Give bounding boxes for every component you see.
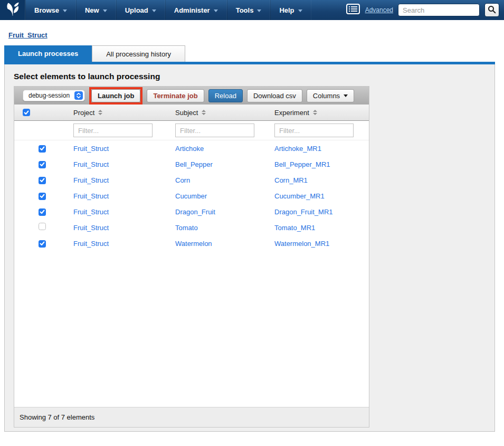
menu-browse[interactable]: Browse [25,0,76,20]
reload-button[interactable]: Reload [208,89,243,102]
columns-button[interactable]: Columns [307,89,354,102]
leaf-logo-icon [5,1,21,19]
row-checkbox[interactable] [39,208,46,216]
tab-all-processing-history[interactable]: All processing history [92,45,185,62]
experiment-link[interactable]: Artichoke_MR1 [274,145,321,153]
project-link[interactable]: Fruit_Struct [73,208,109,216]
experiment-link[interactable]: Watermelon_MR1 [274,240,329,248]
table-row: Fruit_StructBell_PepperBell_Pepper_MR1 [14,156,369,172]
session-select[interactable]: debug-session [23,90,85,101]
row-checkbox[interactable] [39,193,46,200]
menu-help[interactable]: Help [270,0,311,20]
filter-input-subject[interactable] [175,124,254,137]
chevron-down-icon [298,10,302,12]
subject-link[interactable]: Cucumber [175,192,207,200]
experiment-link[interactable]: Corn_MR1 [274,176,308,184]
row-checkbox[interactable] [39,145,46,153]
project-link[interactable]: Fruit_Struct [73,160,109,168]
table-empty-space [14,251,369,407]
table-row: Fruit_StructDragon_FruitDragon_Fruit_MR1 [14,204,369,220]
subject-link[interactable]: Tomato [175,224,198,232]
subject-link[interactable]: Corn [175,176,190,184]
select-all-checkbox[interactable] [23,109,30,116]
chevron-down-icon [257,10,261,12]
tab-bar: Launch processes All processing history [4,45,185,62]
chevron-down-icon [63,10,67,12]
filter-input-project[interactable] [73,124,153,137]
row-checkbox[interactable] [39,223,46,230]
project-link[interactable]: Fruit_Struct [73,192,109,200]
subject-link[interactable]: Dragon_Fruit [175,208,215,216]
launch-job-highlight: Launch job [89,87,142,105]
search-button[interactable] [484,3,499,17]
sort-icon [98,110,102,115]
subject-link[interactable]: Watermelon [175,240,212,248]
table-row: Fruit_StructCornCorn_MR1 [14,172,369,188]
tab-launch-processes[interactable]: Launch processes [4,45,92,62]
sort-icon [202,110,206,115]
menu-tools[interactable]: Tools [227,0,271,20]
list-icon [346,4,360,16]
row-checkbox[interactable] [39,240,46,248]
project-link[interactable]: Fruit_Struct [73,224,109,232]
menu-label: Administer [174,6,210,14]
filter-input-experiment[interactable] [274,124,354,137]
page-title: Select elements to launch processing [14,72,495,81]
search-icon [488,5,496,15]
chevron-down-icon [103,10,107,12]
top-navbar: BrowseNewUploadAdministerToolsHelp Advan… [0,0,504,20]
chevron-down-icon [344,94,348,97]
advanced-link[interactable]: Advanced [365,6,393,14]
chevron-down-icon [214,10,218,12]
subject-link[interactable]: Artichoke [175,145,204,153]
column-header-subject[interactable]: Subject [175,109,274,117]
experiment-link[interactable]: Tomato_MR1 [274,224,315,232]
project-link[interactable]: Fruit_Struct [73,145,109,153]
menu-label: New [85,6,99,14]
table-row: Fruit_StructTomatoTomato_MR1 [14,220,369,235]
menu-new[interactable]: New [76,0,116,20]
menu-label: Help [279,6,294,14]
filter-row [14,121,369,140]
content-panel: Select elements to launch processing deb… [4,64,495,432]
menu-label: Upload [125,6,148,14]
column-header-project[interactable]: Project [73,109,175,117]
download-csv-button[interactable]: Download csv [247,89,302,102]
sort-icon [313,110,317,115]
elements-table: debug-session Launch job Terminate job R… [14,86,369,428]
table-toolbar: debug-session Launch job Terminate job R… [14,87,369,105]
session-select-value: debug-session [28,92,70,99]
column-header-experiment[interactable]: Experiment [274,109,369,117]
terminate-job-button[interactable]: Terminate job [147,89,204,102]
menu-administer[interactable]: Administer [165,0,227,20]
status-text: Showing 7 of 7 elements [20,413,94,421]
project-link[interactable]: Fruit_Struct [73,176,109,184]
table-row: Fruit_StructWatermelonWatermelon_MR1 [14,235,369,251]
menu-label: Browse [34,6,59,14]
subject-link[interactable]: Bell_Pepper [175,160,213,168]
table-row: Fruit_StructArtichokeArtichoke_MR1 [14,140,369,156]
table-row: Fruit_StructCucumberCucumber_MR1 [14,188,369,204]
experiment-link[interactable]: Bell_Pepper_MR1 [274,160,330,168]
select-stepper-icon [74,91,83,100]
nav-menu: BrowseNewUploadAdministerToolsHelp [25,0,311,20]
menu-label: Tools [236,6,254,14]
launch-job-button[interactable]: Launch job [91,89,140,102]
experiment-link[interactable]: Dragon_Fruit_MR1 [274,208,333,216]
chevron-down-icon [152,10,156,12]
row-checkbox[interactable] [39,161,46,168]
table-footer: Showing 7 of 7 elements [14,407,369,427]
search-input[interactable] [398,4,480,16]
menu-upload[interactable]: Upload [116,0,165,20]
experiment-link[interactable]: Cucumber_MR1 [274,192,325,200]
row-checkbox[interactable] [39,177,46,184]
breadcrumb-link[interactable]: Fruit_Struct [8,31,47,39]
nav-right: Advanced [346,0,504,20]
project-link[interactable]: Fruit_Struct [73,240,109,248]
table-body: Fruit_StructArtichokeArtichoke_MR1Fruit_… [14,140,369,251]
table-header: Project Subject Experiment [14,105,369,121]
app-logo[interactable] [0,0,25,20]
